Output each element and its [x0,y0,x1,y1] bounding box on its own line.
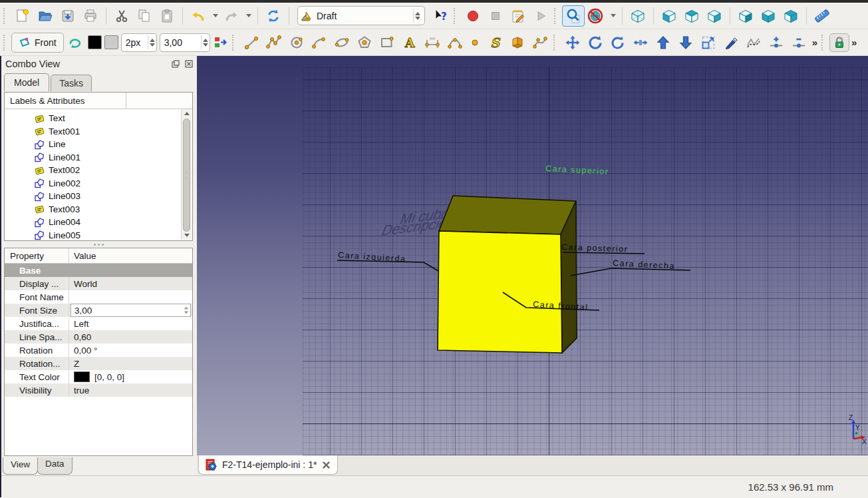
property-row[interactable]: Justifica...Left [5,317,192,330]
face-color-swatch[interactable] [104,35,118,49]
cube-front-face[interactable] [438,231,562,353]
property-row[interactable]: Display ...World [5,277,192,290]
snap-lock-button[interactable] [829,33,849,52]
draft-bezier-button[interactable] [529,32,551,53]
toolbar-handle[interactable] [554,8,560,24]
toggle-construction-button[interactable] [64,32,86,53]
workbench-spin[interactable] [413,9,422,23]
save-document-button[interactable] [57,5,79,27]
tree-item[interactable]: Text [5,112,192,125]
view-bottom-button[interactable] [757,5,780,27]
tree-item[interactable]: Line004 [5,216,192,229]
property-row[interactable]: Text Color [0, 0, 0] [5,370,192,383]
property-row[interactable]: Font Size 3,00 [5,304,192,317]
tree-column-header[interactable]: Labels & Attributes [5,93,126,109]
property-row[interactable]: Line Spa...0,60 [5,330,192,344]
toolbar-handle[interactable] [553,35,559,51]
draft-move-button[interactable] [561,32,584,53]
working-plane-button[interactable]: Front [11,33,64,53]
tree-scrollbar[interactable] [181,109,192,240]
paste-button[interactable] [156,5,178,27]
tree-item[interactable]: Line005 [5,229,192,242]
spin-buttons[interactable] [148,35,156,49]
draft-bspline-button[interactable] [444,32,466,53]
panel-float-button[interactable] [171,60,180,69]
draft-downgrade-button[interactable] [674,32,697,53]
toolbar-overflow-button[interactable]: » [849,37,859,48]
tree-item[interactable]: Text003 [5,203,192,216]
copy-button[interactable] [133,5,156,27]
draft-upgrade-button[interactable] [652,32,674,53]
cube[interactable] [438,196,577,353]
toolbar-handle[interactable] [232,35,238,51]
panel-splitter[interactable] [4,242,193,246]
tree-item[interactable]: Line001 [5,151,192,164]
tree-scrollbar-thumb[interactable] [183,119,190,232]
open-document-button[interactable] [34,5,57,27]
undo-button[interactable] [187,5,210,27]
measure-distance-button[interactable] [811,5,833,27]
panel-close-button[interactable] [184,60,193,69]
draft-rotate-button[interactable] [584,32,607,53]
draft-delete-point-button[interactable] [788,32,810,53]
draft-wire-to-bspline-button[interactable] [742,32,765,53]
draft-edit-button[interactable] [720,32,742,53]
property-group-base[interactable]: Base [5,264,192,277]
draw-style-button[interactable] [585,5,607,27]
draft-circle-button[interactable] [285,32,308,53]
toolbar-handle[interactable] [821,35,827,51]
macro-stop-button[interactable] [484,5,507,27]
tree-item[interactable]: Text001 [5,125,192,138]
draft-offset-button[interactable] [607,32,629,53]
draft-polygon-button[interactable] [353,32,376,53]
print-button[interactable] [79,5,102,27]
draft-arc-button[interactable] [308,32,331,53]
property-row[interactable]: Font Name [5,290,192,304]
apply-style-button[interactable] [212,32,230,53]
fit-all-button[interactable] [562,5,585,27]
property-column-header[interactable]: Property [5,248,69,263]
cut-button[interactable] [110,5,133,27]
draft-facebinder-button[interactable] [506,32,529,53]
view-rear-button[interactable] [734,5,757,27]
view-left-button[interactable] [780,5,802,27]
draft-ellipse-button[interactable] [331,32,353,53]
view-front-button[interactable] [658,5,680,27]
draw-style-dropdown[interactable] [607,5,618,27]
view-axonometric-button[interactable] [627,5,649,27]
spin-buttons[interactable] [182,304,190,318]
tab-data[interactable]: Data [37,457,72,475]
property-row[interactable]: Rotation0,00 ° [5,344,192,357]
tab-tasks[interactable]: Tasks [51,75,92,91]
tab-model[interactable]: Model [4,73,49,91]
tree-item[interactable]: Line003 [5,190,192,203]
3d-viewport[interactable]: Mi cubo Descripción Cara superior [197,56,868,455]
redo-button[interactable] [220,5,243,27]
draft-scale-button[interactable] [697,32,720,53]
draft-point-button[interactable] [466,32,484,53]
workbench-selector[interactable]: Draft [297,6,425,25]
close-tab-icon[interactable] [322,461,331,469]
line-width-spinbox[interactable]: 2px [121,33,157,52]
draft-add-point-button[interactable] [765,32,788,53]
draft-line-button[interactable] [240,32,263,53]
spin-buttons[interactable] [201,35,210,49]
toolbar-handle[interactable] [3,8,9,24]
draft-rectangle-button[interactable] [376,32,398,53]
document-tab[interactable]: F2-T14-ejemplo-ini : 1* [198,455,338,475]
scroll-down-arrow[interactable] [182,231,192,240]
tree-item[interactable]: Line002 [5,177,192,190]
draft-wire-button[interactable] [263,32,285,53]
whats-this-button[interactable]: ? [429,5,452,27]
toolbar-overflow-button[interactable]: » [810,37,819,48]
macro-play-button[interactable] [529,5,552,27]
tab-view[interactable]: View [3,457,38,475]
tree-item[interactable]: Text002 [5,164,192,177]
redo-dropdown[interactable] [243,5,253,27]
property-row[interactable]: Visibilitytrue [5,383,192,397]
undo-dropdown[interactable] [210,5,220,27]
macro-edit-button[interactable] [507,5,529,27]
scroll-up-arrow[interactable] [182,109,192,118]
tree-item[interactable]: Line [5,138,192,151]
value-column-header[interactable]: Value [69,248,192,263]
